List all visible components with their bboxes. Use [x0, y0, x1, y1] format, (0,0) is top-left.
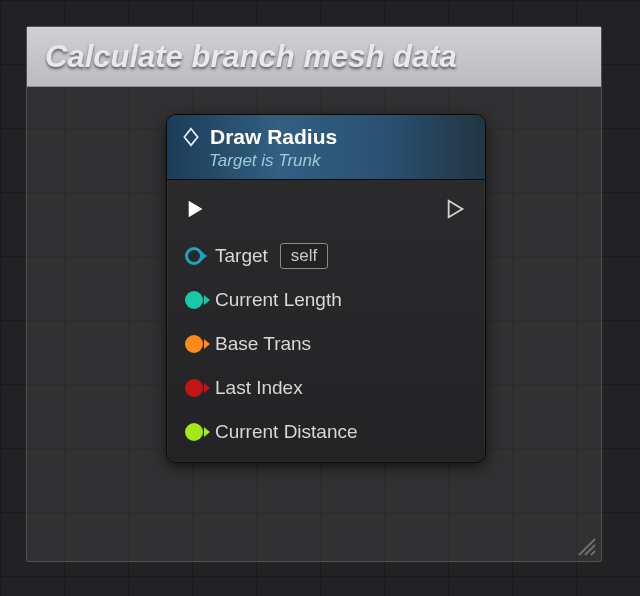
node-title: Draw Radius [210, 125, 337, 149]
pin-dot-last-index[interactable] [185, 379, 203, 397]
pin-dot-target[interactable] [185, 247, 203, 265]
pin-label-last-index: Last Index [215, 377, 303, 399]
function-icon [181, 127, 201, 147]
comment-title[interactable]: Calculate branch mesh data [27, 27, 601, 87]
pin-base-trans[interactable]: Base Trans [185, 332, 467, 356]
pin-label-current-length: Current Length [215, 289, 342, 311]
pin-dot-current-length[interactable] [185, 291, 203, 309]
exec-out-pin[interactable] [445, 198, 467, 220]
exec-in-pin[interactable] [185, 198, 207, 220]
pin-target[interactable]: Target self [185, 244, 467, 268]
pin-dot-current-distance[interactable] [185, 423, 203, 441]
svg-line-2 [591, 551, 595, 555]
pin-current-length[interactable]: Current Length [185, 288, 467, 312]
node-body: Target self Current Length Base Trans La… [167, 180, 485, 462]
function-node[interactable]: Draw Radius Target is Trunk Target self … [166, 114, 486, 463]
self-default[interactable]: self [280, 243, 328, 269]
pin-label-base-trans: Base Trans [215, 333, 311, 355]
pin-dot-base-trans[interactable] [185, 335, 203, 353]
pin-last-index[interactable]: Last Index [185, 376, 467, 400]
node-header[interactable]: Draw Radius Target is Trunk [167, 115, 485, 180]
pin-current-distance[interactable]: Current Distance [185, 420, 467, 444]
node-subtitle: Target is Trunk [209, 151, 471, 171]
pin-label-current-distance: Current Distance [215, 421, 358, 443]
comment-title-text: Calculate branch mesh data [45, 39, 457, 75]
pin-label-target: Target [215, 245, 268, 267]
resize-handle-icon[interactable] [573, 533, 597, 557]
